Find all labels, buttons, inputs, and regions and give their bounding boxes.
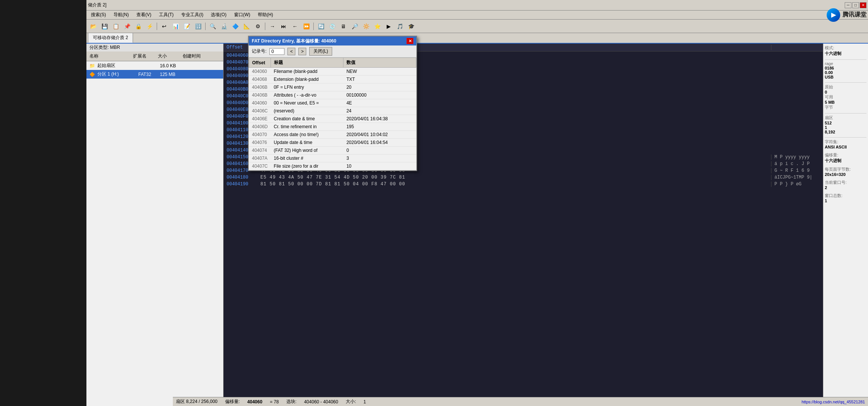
toolbar-btn22[interactable]: 💿 — [327, 21, 337, 31]
toolbar-btn6[interactable]: ⚡ — [144, 21, 155, 31]
divider2 — [825, 82, 866, 83]
fat-row-label: Access date (no time!) — [271, 131, 343, 139]
divider4 — [825, 137, 866, 138]
fat-row-label: Cr. time refinement in — [271, 123, 343, 131]
fat-row-label: File size (zero for a dir — [271, 162, 343, 170]
fat-dialog-close-button[interactable]: ✕ — [407, 38, 413, 44]
toolbar-save[interactable]: 💾 — [99, 21, 110, 31]
fat-row-label: (FAT 32) High word of — [271, 147, 343, 155]
file-list-item-0[interactable]: 📁 起始扇区 16.0 KB — [86, 61, 223, 70]
current-window-value: 2 — [825, 185, 866, 190]
tencent-brand-text: 腾讯课堂 — [842, 11, 866, 19]
fat-table-col-value: 数值 — [343, 58, 416, 68]
menu-window[interactable]: 窗口(W) — [231, 11, 253, 19]
tab-active[interactable]: 可移动存储介质 2 — [88, 33, 133, 43]
fat-table-row[interactable]: 404060 Filename (blank-padd NEW — [249, 68, 416, 76]
extra-val4: 1 — [825, 125, 866, 130]
toolbar-paste[interactable]: 📌 — [122, 21, 132, 31]
menu-pro-tools[interactable]: 专业工具(I) — [178, 11, 206, 19]
menu-view[interactable]: 查看(V) — [133, 11, 154, 19]
extra-val5: 8,192 — [825, 130, 866, 134]
offset-label: 偏移量: — [825, 152, 866, 158]
left-panel: 分区类型: MBR 名称 扩展名 大小 创建时间 📁 起始扇区 16.0 KB … — [86, 44, 224, 404]
toolbar-btn29[interactable]: 🎓 — [406, 21, 416, 31]
fat-row-label: Update date & time — [271, 139, 343, 147]
toolbar-btn15[interactable]: ⚙ — [253, 21, 263, 31]
menu-nav[interactable]: 导航(N) — [110, 11, 132, 19]
info-section-offset: 偏移量: 十六进制 — [825, 152, 866, 164]
toolbar-search[interactable]: 🔍 — [207, 21, 218, 31]
toolbar-zoom[interactable]: 🔎 — [349, 21, 360, 31]
fat-nav-prev-button[interactable]: < — [287, 48, 295, 55]
fat-table-row[interactable]: 40406B 0F = LFN entry 20 — [249, 83, 416, 91]
menu-help[interactable]: 帮助(H) — [255, 11, 276, 19]
toolbar-nav-fwd[interactable]: ⏩ — [301, 21, 312, 31]
file-ext-1: FAT32 — [138, 72, 158, 77]
main-window: 储介质 2] ─ □ ✕ 搜索(S) 导航(N) 查看(V) 工具(T) 专业工… — [86, 0, 868, 406]
toolbar-btn5[interactable]: 🔒 — [133, 21, 144, 31]
close-button[interactable]: ✕ — [860, 2, 866, 8]
toolbar-btn14[interactable]: 📐 — [241, 21, 252, 31]
toolbar-music[interactable]: 🎵 — [395, 21, 405, 31]
toolbar-btn25[interactable]: 🔆 — [361, 21, 371, 31]
fat-row-value: 3 — [343, 155, 416, 162]
fat-nav-next-button[interactable]: > — [298, 48, 306, 55]
toolbar-btn12[interactable]: 🔬 — [219, 21, 229, 31]
toolbar-nav-prev[interactable]: → — [267, 21, 278, 31]
toolbar-btn10[interactable]: 🔢 — [193, 21, 203, 31]
fat-row-offset: 40407C — [249, 162, 271, 170]
fat-table-row[interactable]: 404068 Extension (blank-padd TXT — [249, 76, 416, 83]
fat-table-row[interactable]: 40407C File size (zero for a dir 10 — [249, 162, 416, 170]
cluster-label: 扇区 — [825, 115, 866, 121]
status-bar: 扇区 8,224 / 256,000 偏移量: 404060 = 78 选块: … — [173, 397, 868, 406]
menu-options[interactable]: 选项(O) — [208, 11, 229, 19]
fat-table-row[interactable]: 404060 00 = Never used, E5 = 4E — [249, 99, 416, 107]
tencent-logo-text: ▶ — [831, 11, 836, 18]
toolbar-open[interactable]: 📂 — [88, 21, 98, 31]
charset-value: ANSI ASCII — [825, 145, 866, 149]
fat-close-button[interactable]: 关闭(L) — [309, 47, 332, 56]
status-equal: = 78 — [270, 399, 279, 404]
toolbar-btn13[interactable]: 🔷 — [230, 21, 240, 31]
toolbar-undo[interactable]: ↩ — [159, 21, 169, 31]
toolbar-nav-back[interactable]: ← — [290, 21, 300, 31]
partition-type-label: 分区类型: MBR — [89, 44, 120, 51]
toolbar-copy[interactable]: 📋 — [110, 21, 121, 31]
hex-row[interactable]: 00404180 E5 49 43 4A 50 47 7E 31 54 4D 5… — [224, 174, 823, 181]
fat-table-row[interactable]: 404076 Update date & time 2020/04/01 16:… — [249, 139, 416, 147]
toolbar-nav-next[interactable]: ⏭ — [278, 21, 289, 31]
toolbar-sep2 — [205, 23, 206, 30]
fat-row-label: 16-bit cluster # — [271, 155, 343, 162]
fat-row-offset: 404068 — [249, 76, 271, 83]
fat-table-row[interactable]: 40406D Cr. time refinement in 195 — [249, 123, 416, 131]
hex-row[interactable]: 00404190 81 50 81 50 00 00 7D 81 81 50 0… — [224, 181, 823, 188]
menu-search[interactable]: 搜索(S) — [88, 11, 109, 19]
fat-table-row[interactable]: 40406B Attributes ( - -a-dir-vo 00100000 — [249, 91, 416, 99]
info-section-cluster: 扇区 512 1 8,192 — [825, 115, 866, 134]
menu-tools[interactable]: 工具(T) — [156, 11, 177, 19]
file-list-item-1[interactable]: 🔶 分区 1 (H:) FAT32 125 MB — [86, 70, 223, 79]
tab-label: 可移动存储介质 2 — [93, 35, 128, 40]
fat-table-row[interactable]: 40406C (reserved) 24 — [249, 107, 416, 115]
fat-table-row[interactable]: 404070 Access date (no time!) 2020/04/01… — [249, 131, 416, 139]
toolbar-btn9[interactable]: 📝 — [181, 21, 192, 31]
fat-table-row[interactable]: 404074 (FAT 32) High word of 0 — [249, 147, 416, 155]
fat-record-input[interactable] — [269, 48, 284, 55]
fat-row-value: 4E — [343, 99, 416, 107]
toolbar-play[interactable]: ▶ — [383, 21, 394, 31]
total-windows-value: 1 — [825, 198, 866, 203]
toolbar-btn26[interactable]: ⭐ — [372, 21, 383, 31]
fat-row-label: Creation date & time — [271, 115, 343, 123]
maximize-button[interactable]: □ — [852, 2, 859, 8]
fat-table-row[interactable]: 40407A 16-bit cluster # 3 — [249, 155, 416, 162]
fat-row-offset: 404074 — [249, 147, 271, 155]
minimize-button[interactable]: ─ — [845, 2, 851, 8]
fat-table-row[interactable]: 40406E Creation date & time 2020/04/01 1… — [249, 115, 416, 123]
toolbar: 📂 💾 📋 📌 🔒 ⚡ ↩ 📊 📝 🔢 🔍 🔬 🔷 📐 ⚙ → ⏭ ← ⏩ 🔄 … — [86, 20, 868, 33]
toolbar-refresh[interactable]: 🔄 — [316, 21, 326, 31]
fat-row-offset: 40406B — [249, 91, 271, 99]
toolbar-btn23[interactable]: 🖥 — [338, 21, 349, 31]
tab-bar: 可移动存储介质 2 — [86, 33, 868, 44]
toolbar-sep3 — [265, 23, 265, 30]
toolbar-btn8[interactable]: 📊 — [170, 21, 181, 31]
